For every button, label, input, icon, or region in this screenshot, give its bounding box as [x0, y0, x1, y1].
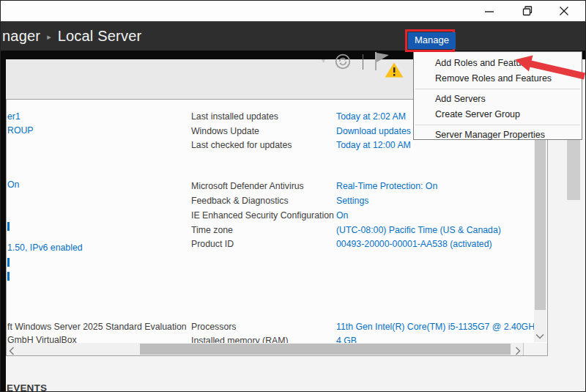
property-label: Time zone: [191, 224, 233, 236]
property-value-link[interactable]: Real-Time Protection: On: [336, 180, 437, 192]
property-value-link[interactable]: Today at 12:00 AM: [336, 139, 411, 151]
clipped-link-fragment: [7, 272, 10, 281]
breadcrumb[interactable]: nager ▸ Local Server: [2, 21, 141, 51]
property-label: Microsoft Defender Antivirus: [191, 180, 304, 192]
close-button[interactable]: [552, 1, 576, 21]
scroll-right-icon[interactable]: [515, 345, 521, 358]
clipped-link-fragment: [7, 222, 10, 231]
manage-dropdown-menu: Add Roles and Features Remove Roles and …: [413, 51, 582, 140]
property-label: Last installed updates: [191, 111, 278, 122]
menu-item-remove-roles-and-features[interactable]: Remove Roles and Features: [414, 71, 582, 86]
menu-item-server-manager-properties[interactable]: Server Manager Properties: [414, 127, 582, 143]
property-value-link[interactable]: Today at 2:02 AM: [336, 111, 406, 122]
computer-name-link-clipped[interactable]: er1: [7, 111, 21, 122]
property-value-link[interactable]: Download updates: [336, 125, 411, 137]
close-icon: [560, 7, 568, 15]
property-label: Processors: [191, 321, 237, 333]
property-label: Feedback & Diagnostics: [191, 195, 289, 207]
os-version-value-clipped: ft Windows Server 2025 Standard Evaluati…: [7, 321, 187, 333]
property-label: Product ID: [191, 238, 234, 250]
scroll-left-icon[interactable]: [9, 345, 15, 358]
title-bar: [1, 1, 586, 21]
menubar-manage[interactable]: Manage: [408, 32, 456, 49]
app-header: nager ▸ Local Server ▾: [1, 21, 586, 51]
restore-button[interactable]: [515, 1, 540, 21]
properties-horizontal-scrollbar[interactable]: [7, 343, 524, 355]
annotation-highlight-box: Manage: [405, 29, 455, 52]
breadcrumb-current[interactable]: Local Server: [58, 28, 142, 45]
property-label: Last checked for updates: [191, 139, 292, 151]
events-section-title: EVENTS: [7, 382, 47, 392]
ethernet-link-clipped[interactable]: 1.50, IPv6 enabled: [7, 242, 83, 254]
minimize-icon: [485, 7, 494, 15]
workgroup-link-clipped[interactable]: ROUP: [7, 125, 34, 136]
property-label: Windows Update: [191, 125, 259, 137]
refresh-icon: [335, 53, 351, 70]
breadcrumb-root[interactable]: nager: [2, 28, 40, 45]
chevron-down-icon[interactable]: ▾: [322, 57, 325, 64]
property-value-link[interactable]: Settings: [336, 195, 368, 207]
warning-triangle-icon: [385, 62, 404, 78]
breadcrumb-separator-icon: ▸: [47, 31, 51, 42]
property-value-link[interactable]: 00493-20000-00001-AA538 (activated): [336, 238, 492, 250]
menu-item-add-servers[interactable]: Add Servers: [414, 92, 582, 107]
property-value-link[interactable]: On: [336, 210, 348, 221]
scroll-down-icon[interactable]: [535, 329, 544, 342]
clipped-link-fragment: [7, 258, 10, 267]
menu-separator: [415, 89, 580, 89]
property-value-link[interactable]: (UTC-08:00) Pacific Time (US & Canada): [336, 224, 501, 236]
horizontal-scrollbar-thumb[interactable]: [140, 344, 511, 355]
refresh-button[interactable]: [335, 53, 351, 70]
scrollbar-corner: [524, 343, 547, 355]
menu-separator: [415, 125, 580, 125]
firewall-link-clipped[interactable]: On: [7, 179, 19, 191]
property-value-link[interactable]: 11th Gen Intel(R) Core(TM) i5-1135G7 @ 2…: [336, 321, 539, 333]
minimize-button[interactable]: [477, 1, 502, 21]
menu-item-add-roles-and-features[interactable]: Add Roles and Features: [414, 56, 582, 71]
header-divider: [363, 54, 363, 70]
restore-icon: [522, 6, 533, 16]
property-label: IE Enhanced Security Configuration: [191, 210, 334, 221]
menu-item-create-server-group[interactable]: Create Server Group: [414, 107, 582, 122]
warning-badge[interactable]: [385, 62, 404, 81]
server-manager-window: nager ▸ Local Server ▾: [0, 0, 586, 392]
